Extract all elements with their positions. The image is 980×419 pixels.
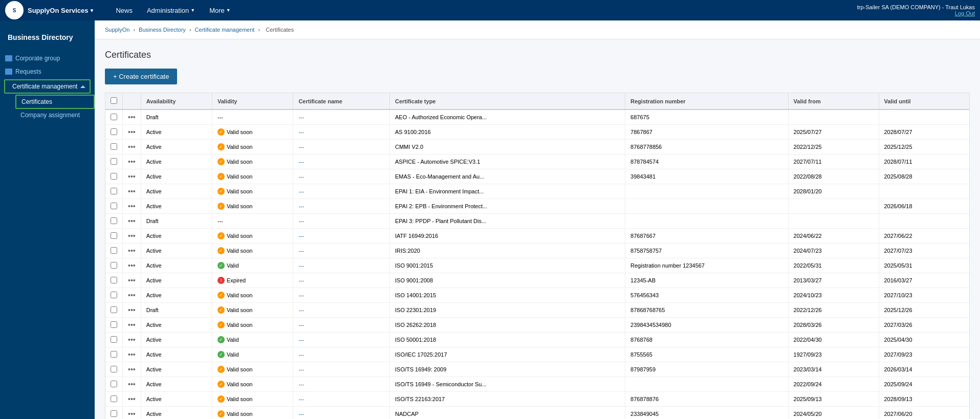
- cert-name-link[interactable]: ---: [298, 351, 304, 358]
- row-actions-cell[interactable]: •••: [123, 377, 141, 392]
- row-cert-name[interactable]: ---: [293, 362, 390, 377]
- row-cert-name[interactable]: ---: [293, 377, 390, 392]
- row-checkbox[interactable]: [111, 247, 117, 254]
- th-availability[interactable]: Availability: [141, 93, 212, 109]
- cert-name-link[interactable]: ---: [298, 144, 304, 150]
- row-checkbox[interactable]: [111, 351, 117, 358]
- th-reg-number[interactable]: Registration number: [625, 93, 789, 109]
- dots-button[interactable]: •••: [128, 306, 136, 314]
- row-cert-name[interactable]: ---: [293, 109, 390, 125]
- row-actions-cell[interactable]: •••: [123, 199, 141, 214]
- th-cert-type[interactable]: Certificate type: [390, 93, 625, 109]
- dots-button[interactable]: •••: [128, 247, 136, 255]
- sidebar-item-certificate-management[interactable]: Certificate management: [4, 79, 91, 94]
- cert-name-link[interactable]: ---: [298, 381, 304, 387]
- row-cert-name[interactable]: ---: [293, 229, 390, 244]
- sidebar-item-corporate-group[interactable]: Corporate group: [0, 52, 95, 65]
- row-cert-name[interactable]: ---: [293, 214, 390, 229]
- row-cert-name[interactable]: ---: [293, 199, 390, 214]
- cert-name-link[interactable]: ---: [298, 322, 304, 328]
- dots-button[interactable]: •••: [128, 395, 136, 403]
- dots-button[interactable]: •••: [128, 187, 136, 195]
- row-actions-cell[interactable]: •••: [123, 347, 141, 362]
- dots-button[interactable]: •••: [128, 410, 136, 418]
- row-checkbox[interactable]: [111, 128, 117, 135]
- cert-name-link[interactable]: ---: [298, 262, 304, 269]
- sidebar-sub-item-company-assignment[interactable]: Company assignment: [15, 109, 95, 121]
- row-cert-name[interactable]: ---: [293, 407, 390, 420]
- row-checkbox[interactable]: [111, 366, 117, 372]
- sidebar-item-requests[interactable]: Requests: [0, 65, 95, 78]
- row-cert-name[interactable]: ---: [293, 392, 390, 407]
- cert-name-link[interactable]: ---: [298, 129, 304, 135]
- row-checkbox[interactable]: [111, 217, 117, 224]
- cert-name-link[interactable]: ---: [298, 248, 304, 254]
- row-cert-name[interactable]: ---: [293, 125, 390, 140]
- dots-button[interactable]: •••: [128, 232, 136, 240]
- dots-button[interactable]: •••: [128, 321, 136, 329]
- row-actions-cell[interactable]: •••: [123, 140, 141, 155]
- row-checkbox[interactable]: [111, 232, 117, 239]
- row-cert-name[interactable]: ---: [293, 184, 390, 199]
- breadcrumb-cert-mgmt[interactable]: Certificate management: [195, 27, 255, 33]
- row-actions-cell[interactable]: •••: [123, 362, 141, 377]
- dots-button[interactable]: •••: [128, 172, 136, 181]
- row-cert-name[interactable]: ---: [293, 333, 390, 347]
- row-checkbox[interactable]: [111, 173, 117, 180]
- cert-name-link[interactable]: ---: [298, 233, 304, 239]
- cert-name-link[interactable]: ---: [298, 159, 304, 165]
- dots-button[interactable]: •••: [128, 217, 136, 225]
- cert-name-link[interactable]: ---: [298, 307, 304, 313]
- row-checkbox[interactable]: [111, 158, 117, 165]
- breadcrumb-business-directory[interactable]: Business Directory: [139, 27, 186, 33]
- row-checkbox[interactable]: [111, 410, 117, 417]
- select-all-checkbox[interactable]: [111, 97, 117, 104]
- row-actions-cell[interactable]: •••: [123, 258, 141, 273]
- row-actions-cell[interactable]: •••: [123, 244, 141, 258]
- row-cert-name[interactable]: ---: [293, 169, 390, 184]
- th-cert-name[interactable]: Certificate name: [293, 93, 390, 109]
- nav-item-news[interactable]: News: [110, 0, 139, 20]
- cert-name-link[interactable]: ---: [298, 218, 304, 224]
- row-cert-name[interactable]: ---: [293, 140, 390, 155]
- dots-button[interactable]: •••: [128, 143, 136, 151]
- dots-button[interactable]: •••: [128, 261, 136, 270]
- cert-name-link[interactable]: ---: [298, 337, 304, 343]
- cert-name-link[interactable]: ---: [298, 366, 304, 372]
- row-cert-name[interactable]: ---: [293, 318, 390, 333]
- create-certificate-button[interactable]: + Create certificate: [105, 69, 177, 84]
- sidebar-sub-item-certificates[interactable]: Certificates: [15, 95, 95, 109]
- row-actions-cell[interactable]: •••: [123, 214, 141, 229]
- row-actions-cell[interactable]: •••: [123, 273, 141, 288]
- row-actions-cell[interactable]: •••: [123, 407, 141, 420]
- cert-name-link[interactable]: ---: [298, 411, 304, 417]
- dots-button[interactable]: •••: [128, 291, 136, 299]
- row-actions-cell[interactable]: •••: [123, 155, 141, 169]
- row-checkbox[interactable]: [111, 188, 117, 194]
- row-checkbox[interactable]: [111, 277, 117, 283]
- cert-name-link[interactable]: ---: [298, 188, 304, 194]
- dots-button[interactable]: •••: [128, 276, 136, 284]
- cert-name-link[interactable]: ---: [298, 203, 304, 209]
- th-valid-from[interactable]: Valid from: [788, 93, 879, 109]
- nav-item-administration[interactable]: Administration ▼: [141, 0, 201, 20]
- row-checkbox[interactable]: [111, 395, 117, 402]
- row-checkbox[interactable]: [111, 143, 117, 150]
- th-validity[interactable]: Validity: [212, 93, 293, 109]
- row-cert-name[interactable]: ---: [293, 347, 390, 362]
- row-actions-cell[interactable]: •••: [123, 125, 141, 140]
- row-actions-cell[interactable]: •••: [123, 288, 141, 303]
- cert-name-link[interactable]: ---: [298, 277, 304, 283]
- dots-button[interactable]: •••: [128, 128, 136, 136]
- nav-item-more[interactable]: More ▼: [203, 0, 237, 20]
- row-cert-name[interactable]: ---: [293, 155, 390, 169]
- dots-button[interactable]: •••: [128, 380, 136, 388]
- row-cert-name[interactable]: ---: [293, 273, 390, 288]
- th-checkbox[interactable]: [105, 93, 123, 109]
- row-actions-cell[interactable]: •••: [123, 318, 141, 333]
- row-actions-cell[interactable]: •••: [123, 184, 141, 199]
- th-valid-until[interactable]: Valid until: [879, 93, 969, 109]
- row-cert-name[interactable]: ---: [293, 303, 390, 318]
- brand-label[interactable]: SupplyOn Services: [28, 7, 89, 14]
- row-checkbox[interactable]: [111, 203, 117, 209]
